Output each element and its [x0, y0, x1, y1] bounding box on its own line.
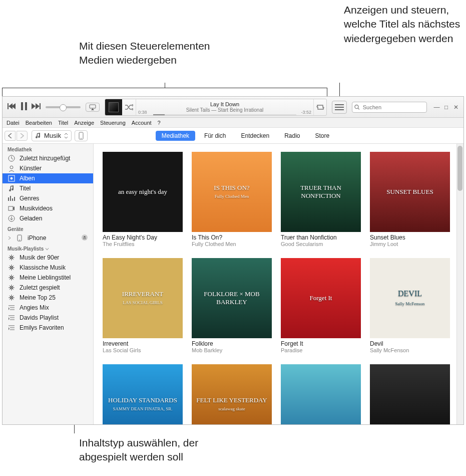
- airplay-button[interactable]: [86, 103, 100, 112]
- album-artist: Fully Clothed Men: [192, 241, 272, 247]
- repeat-button[interactable]: [313, 99, 326, 115]
- forward-button[interactable]: [17, 131, 28, 141]
- progress-bar[interactable]: [153, 114, 296, 115]
- album-card[interactable]: SUNSET BLUES Sunset Blues Jimmy Loot: [370, 152, 450, 247]
- album-card[interactable]: DEVILSally McFenson Devil Sally McFenson: [370, 258, 450, 353]
- menu-bearbeiten[interactable]: Bearbeiten: [26, 120, 52, 126]
- note-icon: [8, 185, 16, 192]
- menu-?[interactable]: ?: [158, 120, 161, 126]
- sidebar-playlist-zuletzt-gespielt[interactable]: Zuletzt gespielt: [3, 283, 93, 293]
- genres-icon: [8, 195, 16, 202]
- disclosure-icon[interactable]: [8, 236, 12, 240]
- album-artwork[interactable]: FELT LIKE YESTERDAYscalawag skate: [192, 364, 272, 424]
- album-title: Devil: [370, 340, 450, 347]
- sidebar-playlist-angies-mix[interactable]: Angies Mix: [3, 303, 93, 313]
- album-card[interactable]: Forget It Forget It Paradise: [281, 258, 361, 353]
- now-playing-artwork[interactable]: [105, 99, 122, 115]
- scrollbar[interactable]: [456, 144, 463, 424]
- album-card[interactable]: HOLIDAY STANDARDSSAMMY DEAN FINATRA, SR.: [103, 364, 183, 424]
- album-artwork[interactable]: HOLIDAY STANDARDSSAMMY DEAN FINATRA, SR.: [103, 364, 183, 424]
- download-icon: [8, 215, 16, 222]
- sidebar-playlist-davids-playlist[interactable]: Davids Playlist: [3, 313, 93, 323]
- album-artist: Jimmy Loot: [370, 241, 450, 247]
- sidebar-playlist-musik-der-90er[interactable]: Musik der 90er: [3, 253, 93, 263]
- tab-entdecken[interactable]: Entdecken: [235, 131, 275, 141]
- tab-für-dich[interactable]: Für dich: [198, 131, 232, 141]
- sidebar-library-geladen[interactable]: Geladen: [3, 213, 93, 223]
- tab-store[interactable]: Store: [309, 131, 336, 141]
- album-card[interactable]: FELT LIKE YESTERDAYscalawag skate: [192, 364, 272, 424]
- search-field[interactable]: [352, 102, 427, 113]
- album-card[interactable]: FOLKLORE × MOB BARKLEY Folklore Mob Bark…: [192, 258, 272, 353]
- previous-button[interactable]: [8, 103, 17, 111]
- callout-line: [339, 83, 340, 97]
- minimize-button[interactable]: —: [434, 104, 439, 110]
- sidebar-library-alben[interactable]: Alben: [3, 173, 93, 183]
- album-artist: The Fruitflies: [103, 241, 183, 247]
- album-card[interactable]: TRUER THAN NONFICTION Truer than Nonfict…: [281, 152, 361, 247]
- sidebar-library-künstler[interactable]: Künstler: [3, 163, 93, 173]
- sidebar-playlist-emilys-favoriten[interactable]: Emilys Favoriten: [3, 323, 93, 333]
- gear-icon: [8, 274, 16, 281]
- menu-titel[interactable]: Titel: [58, 120, 68, 126]
- sidebar-library-titel[interactable]: Titel: [3, 183, 93, 193]
- sidebar-item-label: Davids Playlist: [20, 314, 59, 321]
- album-artwork[interactable]: DEVILSally McFenson: [370, 258, 450, 338]
- shuffle-button[interactable]: [122, 99, 136, 115]
- album-artwork[interactable]: SUNSET BLUES: [370, 152, 450, 232]
- menu-account[interactable]: Account: [132, 120, 152, 126]
- volume-slider[interactable]: [46, 106, 81, 108]
- sidebar-item-label: Genres: [20, 195, 39, 202]
- svg-line-47: [10, 276, 12, 278]
- album-artwork[interactable]: an easy night's day: [103, 152, 183, 232]
- sidebar-library-genres[interactable]: Genres: [3, 193, 93, 203]
- media-type-select[interactable]: Musik: [32, 130, 72, 141]
- pause-button[interactable]: [21, 102, 28, 112]
- album-card[interactable]: [370, 364, 450, 424]
- tab-radio[interactable]: Radio: [278, 131, 306, 141]
- album-artwork[interactable]: IRREVERANTLAS SOCIAL GIRLS: [103, 258, 183, 338]
- album-artwork[interactable]: TRUER THAN NONFICTION: [281, 152, 361, 232]
- menu-steuerung[interactable]: Steuerung: [100, 120, 126, 126]
- sidebar-library-zuletzt-hinzugefügt[interactable]: Zuletzt hinzugefügt: [3, 153, 93, 163]
- album-artwork[interactable]: [370, 364, 450, 424]
- search-input[interactable]: [362, 104, 424, 111]
- device-button[interactable]: [75, 130, 88, 141]
- up-next-button[interactable]: [332, 101, 347, 114]
- album-artwork[interactable]: FOLKLORE × MOB BARKLEY: [192, 258, 272, 338]
- scroll-thumb[interactable]: [457, 146, 462, 191]
- album-card[interactable]: IRREVERANTLAS SOCIAL GIRLS Irreverent La…: [103, 258, 183, 353]
- sidebar-item-label: Musikvideos: [20, 205, 53, 212]
- eject-button[interactable]: [81, 234, 88, 243]
- sidebar-device-iphone[interactable]: iPhone: [3, 233, 93, 243]
- album-title: Truer than Nonfiction: [281, 234, 361, 241]
- album-artwork[interactable]: [281, 364, 361, 424]
- sidebar-playlist-klassische-musik[interactable]: Klassische Musik: [3, 263, 93, 273]
- gear-icon: [8, 254, 16, 261]
- svg-line-36: [10, 268, 12, 270]
- back-button[interactable]: [5, 131, 16, 141]
- album-card[interactable]: an easy night's day An Easy Night's Day …: [103, 152, 183, 247]
- tab-mediathek[interactable]: Mediathek: [156, 131, 195, 141]
- close-button[interactable]: ✕: [453, 104, 458, 110]
- svg-point-11: [10, 166, 13, 169]
- menu-datei[interactable]: Datei: [7, 120, 20, 126]
- album-artwork[interactable]: Forget It: [281, 258, 361, 338]
- next-button[interactable]: [32, 103, 41, 111]
- maximize-button[interactable]: □: [443, 104, 449, 110]
- album-artist: Las Social Girls: [103, 347, 183, 353]
- gear-icon: [8, 264, 16, 271]
- sidebar-item-label: Zuletzt gespielt: [20, 284, 60, 291]
- now-playing-info[interactable]: Lay It Down Silent Tails — Start Being I…: [136, 99, 313, 115]
- menu-anzeige[interactable]: Anzeige: [74, 120, 94, 126]
- album-card[interactable]: [281, 364, 361, 424]
- svg-line-40: [12, 266, 14, 268]
- svg-rect-0: [21, 102, 23, 110]
- sidebar-playlist-meine-top-25[interactable]: Meine Top 25: [3, 293, 93, 303]
- sidebar-playlist-meine-lieblingstitel[interactable]: Meine Lieblingstitel: [3, 273, 93, 283]
- album-artwork[interactable]: IS THIS ON?Fully Clothed Men: [192, 152, 272, 232]
- sidebar-library-musikvideos[interactable]: Musikvideos: [3, 203, 93, 213]
- sidebar-head-playlists[interactable]: Musik-Playlists: [3, 243, 93, 253]
- album-card[interactable]: IS THIS ON?Fully Clothed Men Is This On?…: [192, 152, 272, 247]
- search-icon: [354, 104, 360, 110]
